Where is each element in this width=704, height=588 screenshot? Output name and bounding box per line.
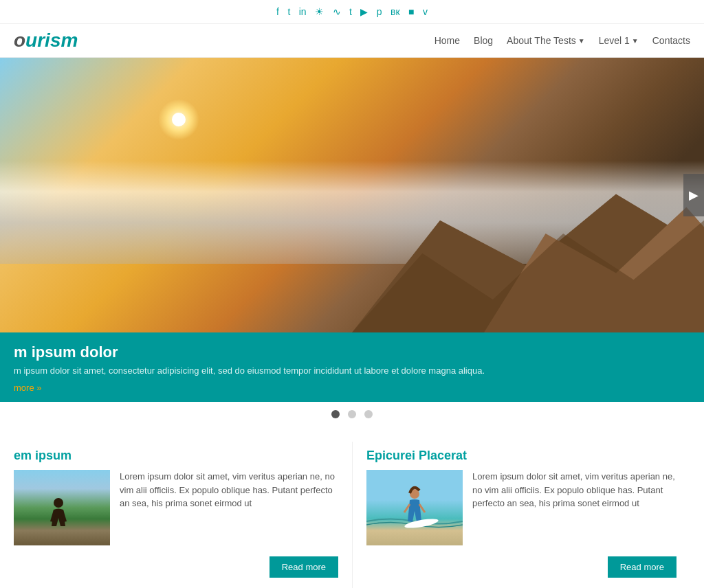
nav-contacts[interactable]: Contacts	[652, 35, 690, 46]
social-rss[interactable]: ∿	[333, 6, 341, 17]
social-facebook[interactable]: f	[276, 6, 279, 17]
blog-text-2: Lorem ipsum dolor sit amet, vim veritus …	[472, 470, 676, 545]
blog-thumb-2	[366, 470, 463, 545]
slider-read-more-link[interactable]: more »	[14, 383, 41, 393]
slider-dot-1[interactable]	[331, 410, 340, 418]
slider-dot-2[interactable]	[348, 410, 356, 418]
blog-grid: em ipsum Lorem ipsum dolor sit amet, vim…	[0, 428, 704, 588]
beach-image	[366, 470, 463, 545]
social-youtube[interactable]: ▶	[360, 6, 368, 17]
social-instagram[interactable]: ☀	[315, 6, 324, 17]
hero-mountains-svg	[352, 168, 704, 332]
blog-read-more-btn-1[interactable]: Read more	[270, 556, 338, 578]
social-vine[interactable]: v	[423, 6, 428, 17]
slider-dots	[0, 402, 704, 428]
social-bar: f t in ☀ ∿ t ▶ p вк ■ v	[0, 0, 704, 24]
blog-content-1: Lorem ipsum dolor sit amet, vim veritus …	[14, 470, 338, 545]
main-nav: Home Blog About The Tests ▼ Level 1 ▼ Co…	[434, 35, 690, 46]
nav-level1[interactable]: Level 1 ▼	[599, 35, 639, 46]
blog-content-2: Lorem ipsum dolor sit amet, vim veritus …	[366, 470, 676, 545]
blog-title-2: Epicurei Placerat	[366, 449, 676, 463]
slider-next-button[interactable]: ▶	[683, 174, 704, 216]
person-silhouette-icon	[48, 497, 69, 532]
header: ourism Home Blog About The Tests ▼ Level…	[0, 24, 704, 58]
nav-about[interactable]: About The Tests ▼	[507, 35, 585, 46]
social-twitter[interactable]: t	[287, 6, 290, 17]
slider-caption-title: m ipsum dolor	[14, 343, 690, 361]
hero-slider: ▶	[0, 58, 704, 332]
chevron-down-icon: ▼	[632, 37, 639, 45]
social-vk[interactable]: вк	[390, 6, 400, 17]
social-extra1[interactable]: ■	[408, 6, 414, 17]
social-tumblr[interactable]: t	[349, 6, 352, 17]
slider-dot-3[interactable]	[364, 410, 373, 418]
blog-item-2: Epicurei Placerat	[352, 442, 690, 588]
blog-read-more-btn-2[interactable]: Read more	[608, 556, 676, 578]
blog-title-1: em ipsum	[14, 449, 338, 463]
hero-sun-graphic	[158, 99, 199, 140]
hero-background	[0, 58, 704, 332]
chevron-down-icon: ▼	[578, 37, 585, 45]
nav-home[interactable]: Home	[434, 35, 460, 46]
blog-thumb-1	[14, 470, 110, 545]
nav-blog[interactable]: Blog	[474, 35, 493, 46]
site-logo: ourism	[14, 30, 78, 52]
social-pinterest[interactable]: p	[377, 6, 382, 17]
slider-caption: m ipsum dolor m ipsum dolor sit amet, co…	[0, 332, 704, 402]
blog-text-1: Lorem ipsum dolor sit amet, vim veritus …	[120, 470, 338, 545]
slider-caption-text: m ipsum dolor sit amet, consectetur adip…	[14, 365, 690, 376]
blog-item-1: em ipsum Lorem ipsum dolor sit amet, vim…	[14, 442, 352, 588]
social-linkedin[interactable]: in	[299, 6, 307, 17]
valley-image	[14, 470, 110, 545]
svg-point-3	[54, 498, 63, 508]
